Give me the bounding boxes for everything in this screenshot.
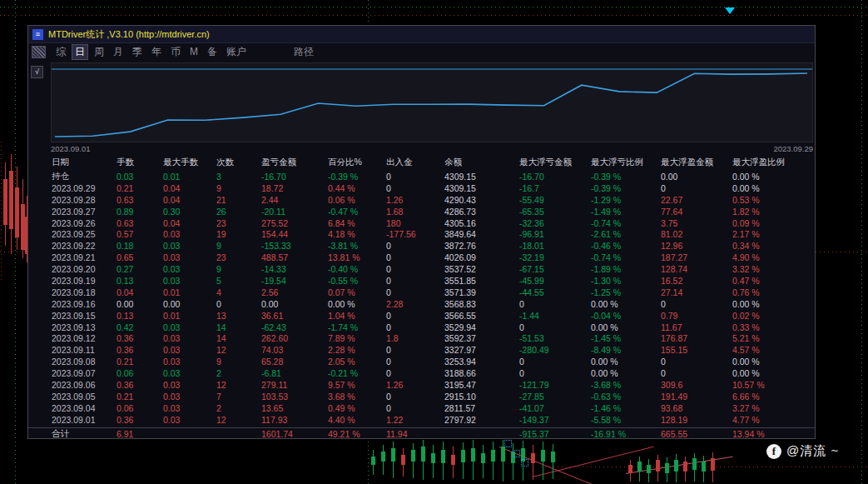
table-row-2023.09.12[interactable]: 2023.09.120.360.0314262.607.89 %1.83592.… — [28, 332, 815, 344]
menu-grid-icon[interactable] — [32, 46, 46, 58]
cell-最大浮亏比例: -0.39 % — [591, 172, 661, 182]
cell-次数: 9 — [216, 264, 261, 274]
cell-最大手数: 0.04 — [163, 218, 216, 228]
table-row-2023.09.29[interactable]: 2023.09.290.210.04918.720.44 %04309.15-1… — [28, 182, 815, 194]
cell-出入金: 0 — [386, 183, 444, 193]
column-header: 日期 — [52, 157, 117, 168]
cell-手数: 0.36 — [117, 345, 163, 355]
table-row-2023.09.04[interactable]: 2023.09.040.060.03213.650.49 %02811.57-4… — [28, 402, 815, 414]
table-row-2023.09.15[interactable]: 2023.09.150.130.011336.611.04 %03566.55-… — [28, 310, 815, 322]
cell-最大手数: 0.03 — [163, 380, 216, 390]
grid-line-horizontal — [0, 7, 868, 7]
cell-最大浮亏金额: -96.91 — [519, 229, 591, 239]
cell-余额: 3872.76 — [444, 241, 519, 251]
menu-item-7[interactable]: 币 — [167, 44, 184, 60]
menu-item-8[interactable]: M — [186, 45, 201, 58]
table-row-2023.09.28[interactable]: 2023.09.280.630.04212.440.06 %1.264290.4… — [28, 194, 815, 206]
candle-body — [471, 448, 475, 462]
cell-出入金: 0 — [386, 287, 444, 297]
cell-最大浮盈比例: 0.76 % — [732, 287, 799, 297]
cell-出入金: 2.28 — [386, 299, 444, 309]
cell-次数: 9 — [216, 357, 261, 367]
table-row-2023.09.27[interactable]: 2023.09.270.890.3026-20.11-0.47 %1.68428… — [28, 206, 815, 217]
table-row-持仓[interactable]: 持仓0.030.013-16.70-0.39 %04309.15-16.70-0… — [28, 171, 815, 182]
table-row-2023.09.05[interactable]: 2023.09.050.210.037103.533.68 %02915.10-… — [28, 391, 815, 402]
table-row-2023.09.07[interactable]: 2023.09.070.060.032-6.81-0.21 %03188.660… — [28, 367, 815, 379]
cell-最大浮盈金额: 81.02 — [661, 229, 732, 239]
column-header: 最大浮盈比例 — [732, 157, 799, 168]
candle-body — [3, 179, 7, 225]
cell-最大浮亏比例: -0.39 % — [591, 183, 661, 193]
cell-次数: 12 — [216, 380, 261, 390]
table-row-2023.09.16[interactable]: 2023.09.160.000.0000.000.00 %2.283568.83… — [28, 298, 815, 310]
cell-百分比%: 2.05 % — [328, 357, 386, 367]
table-row-2023.09.21[interactable]: 2023.09.210.650.0323488.5713.81 %04026.0… — [28, 252, 815, 263]
cell-最大浮盈金额: 0 — [661, 357, 732, 367]
table-row-2023.09.13[interactable]: 2023.09.130.420.0314-62.43-1.74 %03529.9… — [28, 322, 815, 333]
menu-item-6[interactable]: 年 — [148, 44, 165, 60]
cell-手数: 0.13 — [117, 276, 163, 286]
table-row-2023.09.06[interactable]: 2023.09.060.360.0312279.119.57 %1.263195… — [28, 379, 815, 391]
menu-item-3[interactable]: 周 — [91, 44, 107, 60]
cell-最大手数: 0.03 — [163, 322, 216, 332]
menu-item-9[interactable]: 备 — [204, 44, 221, 60]
cell-盈亏金额: 0.00 — [261, 299, 328, 309]
menu-bar: 综日周月季年币M备账户路径 — [28, 42, 815, 61]
table-row-2023.09.25[interactable]: 2023.09.250.570.0319154.444.18 %-177.563… — [28, 228, 815, 240]
table-row-2023.09.08[interactable]: 2023.09.080.210.03965.282.05 %03253.9400… — [28, 356, 815, 367]
equity-chart-panel — [51, 62, 813, 142]
menu-item-1[interactable]: 综 — [52, 44, 69, 60]
cell-日期: 2023.09.11 — [52, 345, 117, 355]
cell-最大手数: 0.03 — [163, 415, 216, 425]
cell-百分比%: -0.55 % — [328, 276, 386, 286]
table-row-2023.09.11[interactable]: 2023.09.110.360.031274.032.28 %03327.97-… — [28, 344, 815, 356]
cell-百分比%: -3.81 % — [328, 241, 386, 251]
table-row-2023.09.01[interactable]: 2023.09.010.360.0312117.934.40 %1.222797… — [28, 414, 815, 426]
cell-余额: 4286.73 — [444, 207, 519, 217]
menu-item-2[interactable]: 日 — [72, 44, 88, 60]
candle-body — [541, 450, 545, 462]
cell-最大浮亏比例: 0.00 % — [591, 299, 661, 309]
cell-最大浮盈比例: 0.09 % — [732, 218, 799, 228]
menu-item-4[interactable]: 月 — [110, 44, 126, 60]
title-bar[interactable]: ≡ MTDriver统计 ,V3.10 (http://mtdriver.cn) — [28, 26, 815, 43]
desktop-screen: f @清流 ~ ≡ MTDriver统计 ,V3.10 (http://mtdr… — [0, 0, 868, 484]
cell-最大浮亏比例: -0.74 % — [591, 252, 661, 262]
cell-百分比%: -0.40 % — [328, 264, 386, 274]
candle-body — [461, 450, 465, 462]
cell-出入金: 11.94 — [386, 429, 444, 439]
cell-最大浮亏金额: -41.07 — [519, 403, 591, 413]
cell-手数: 0.36 — [117, 333, 163, 343]
table-row-2023.09.20[interactable]: 2023.09.200.270.039-14.33-0.40 %03537.52… — [28, 263, 815, 275]
candle-body — [656, 460, 660, 472]
menu-bar-items: 综日周月季年币M备账户路径 — [52, 44, 320, 60]
cell-最大浮亏金额: -44.55 — [519, 287, 591, 297]
menu-item-10[interactable]: 账户 — [223, 44, 250, 60]
table-row-2023.09.18[interactable]: 2023.09.180.040.0142.560.07 %03571.39-44… — [28, 287, 815, 298]
cell-手数: 0.04 — [117, 287, 163, 297]
table-row-2023.09.19[interactable]: 2023.09.190.130.035-19.54-0.55 %03551.85… — [28, 275, 815, 287]
cell-余额: 3195.47 — [444, 380, 519, 390]
cell-最大浮亏金额: 0 — [519, 368, 591, 378]
cell-百分比%: 2.28 % — [328, 345, 386, 355]
cell-出入金: 1.68 — [386, 207, 444, 217]
cell-最大手数: 0.03 — [163, 333, 216, 343]
cell-最大浮亏金额: -121.79 — [519, 380, 591, 390]
cell-最大浮盈金额: 16.52 — [661, 276, 732, 286]
window-menu-icon[interactable]: ≡ — [32, 29, 43, 40]
cell-最大浮亏比例: -2.61 % — [591, 229, 661, 239]
menu-item-11[interactable]: 路径 — [290, 44, 317, 60]
check-icon[interactable]: √ — [31, 66, 43, 78]
cell-余额: 4305.16 — [444, 218, 519, 228]
cell-出入金: 0 — [386, 322, 444, 332]
cell-最大浮亏金额: -51.53 — [519, 333, 591, 343]
cell-最大浮盈金额: 0.79 — [661, 311, 732, 321]
table-row-2023.09.22[interactable]: 2023.09.220.180.039-153.33-3.81 %03872.7… — [28, 240, 815, 252]
menu-item-5[interactable]: 季 — [129, 44, 146, 60]
cell-日期: 2023.09.28 — [52, 195, 117, 205]
cell-最大浮盈金额: 11.67 — [661, 322, 732, 332]
cell-余额: 4309.15 — [444, 183, 519, 193]
cell-最大浮亏比例: -1.30 % — [591, 276, 661, 286]
table-row-2023.09.26[interactable]: 2023.09.260.630.0423275.526.84 %1804305.… — [28, 217, 815, 229]
grid-line-vertical — [15, 0, 16, 484]
